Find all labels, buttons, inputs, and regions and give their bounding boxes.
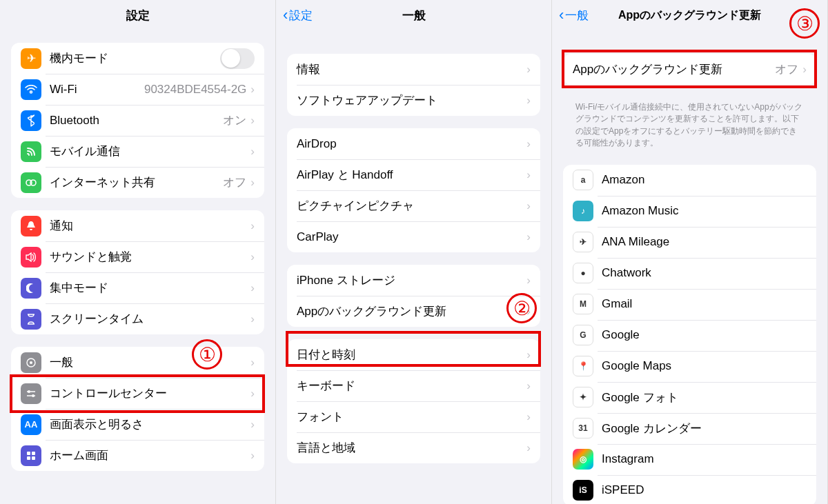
app-row[interactable]: GGoogle [563, 320, 816, 351]
row-pip[interactable]: ピクチャインピクチャ › [287, 190, 540, 221]
label: ソフトウェアアップデート [297, 92, 526, 108]
airplane-toggle[interactable] [220, 48, 255, 69]
hotspot-value: オフ [223, 174, 246, 190]
label: 集中モード [50, 280, 250, 296]
chevron-right-icon: › [250, 387, 255, 401]
app-label: Amazon Music [602, 204, 807, 218]
app-row[interactable]: ✈ANA Mileage [563, 227, 816, 258]
row-software-update[interactable]: ソフトウェアアップデート › [287, 85, 540, 116]
back-button[interactable]: ‹ 一般 [559, 8, 589, 23]
chevron-right-icon: › [250, 176, 255, 190]
app-row[interactable]: ◎Instagram [563, 444, 816, 475]
label: Appのバックグラウンド更新 [573, 61, 775, 77]
label: モバイル通信 [50, 143, 250, 159]
row-cellular[interactable]: モバイル通信 › [11, 136, 264, 167]
app-row[interactable]: 📍Google Maps [563, 351, 816, 382]
row-notifications[interactable]: 通知 › [11, 210, 264, 241]
row-wifi[interactable]: Wi-Fi 90324BDE4554-2G › [11, 74, 264, 105]
group-general: 一般 › コントロールセンター › AA 画面表示と明るさ › ホーム画面 [11, 347, 264, 471]
row-about[interactable]: 情報 › [287, 54, 540, 85]
svg-rect-9 [32, 456, 35, 460]
svg-point-3 [30, 361, 32, 364]
row-display[interactable]: AA 画面表示と明るさ › [11, 409, 264, 440]
row-datetime[interactable]: 日付と時刻 › [287, 339, 540, 370]
label: AirPlay と Handoff [297, 167, 526, 183]
chevron-right-icon: › [526, 348, 531, 362]
chevron-right-icon: › [250, 114, 255, 128]
row-language[interactable]: 言語と地域 › [287, 432, 540, 463]
app-row[interactable]: ●Chatwork [563, 258, 816, 289]
app-label: ANA Mileage [602, 235, 807, 249]
grid-icon [21, 445, 41, 466]
row-master-background-refresh[interactable]: Appのバックグラウンド更新 オフ › [563, 54, 816, 85]
hourglass-icon [21, 309, 41, 330]
label: 言語と地域 [297, 440, 526, 456]
page-title: 一般 [402, 8, 426, 23]
row-bluetooth[interactable]: Bluetooth オン › [11, 105, 264, 136]
chevron-right-icon: › [526, 441, 531, 455]
label: ピクチャインピクチャ [297, 198, 526, 214]
label: ホーム画面 [50, 447, 250, 463]
app-icon: ♪ [573, 201, 593, 221]
label: スクリーンタイム [50, 311, 250, 327]
label: コントロールセンター [50, 385, 250, 401]
svg-point-5 [32, 394, 34, 397]
label: Bluetooth [50, 114, 223, 128]
row-carplay[interactable]: CarPlay › [287, 221, 540, 252]
gear-icon [21, 352, 41, 373]
group-storage: iPhone ストレージ › Appのバックグラウンド更新 › [287, 265, 540, 327]
row-airplane-mode[interactable]: ✈ 機内モード [11, 43, 264, 74]
airplane-icon: ✈ [21, 48, 41, 69]
group-master-toggle: Appのバックグラウンド更新 オフ › [563, 54, 816, 85]
chevron-right-icon: › [526, 274, 531, 288]
row-home-screen[interactable]: ホーム画面 › [11, 440, 264, 471]
row-airdrop[interactable]: AirDrop › [287, 128, 540, 159]
footer-note: Wi-Fi/モバイル通信接続中に、使用されていないAppがバックグラウンドでコン… [563, 97, 816, 152]
group-about: 情報 › ソフトウェアアップデート › [287, 54, 540, 116]
app-row[interactable]: iSiSPEED [563, 475, 816, 504]
label: AirDrop [297, 137, 526, 151]
speaker-icon [21, 247, 41, 268]
row-general[interactable]: 一般 › [11, 347, 264, 378]
app-label: Google フォト [602, 390, 807, 405]
bell-icon [21, 216, 41, 236]
chevron-right-icon: › [250, 83, 255, 97]
row-airplay[interactable]: AirPlay と Handoff › [287, 159, 540, 190]
app-row[interactable]: MGmail [563, 289, 816, 320]
row-iphone-storage[interactable]: iPhone ストレージ › [287, 265, 540, 296]
label: iPhone ストレージ [297, 272, 526, 288]
navbar-general: ‹ 設定 一般 [276, 0, 551, 30]
app-icon: ✈ [573, 232, 593, 252]
group-apps: aAmazon♪Amazon Music✈ANA Mileage●Chatwor… [563, 165, 816, 504]
display-icon: AA [21, 414, 41, 435]
annotation-badge-3: ③ [789, 8, 820, 39]
app-label: iSPEED [602, 483, 807, 497]
back-label: 一般 [565, 8, 589, 23]
label: Wi-Fi [50, 83, 144, 97]
app-icon: ✦ [573, 387, 593, 407]
row-fonts[interactable]: フォント › [287, 401, 540, 432]
bluetooth-value: オン [223, 112, 246, 128]
chevron-left-icon: ‹ [283, 8, 288, 23]
app-row[interactable]: 31Google カレンダー [563, 413, 816, 444]
chevron-right-icon: › [250, 418, 255, 432]
app-label: Google Maps [602, 359, 807, 373]
chevron-right-icon: › [526, 379, 531, 393]
app-row[interactable]: aAmazon [563, 165, 816, 196]
annotation-badge-2: ② [506, 293, 537, 323]
app-row[interactable]: ✦Google フォト [563, 382, 816, 413]
app-icon: iS [573, 480, 593, 501]
row-control-center[interactable]: コントロールセンター › [11, 378, 264, 409]
row-background-refresh[interactable]: Appのバックグラウンド更新 › [287, 296, 540, 327]
chevron-right-icon: › [250, 356, 255, 370]
label: 機内モード [50, 50, 220, 66]
app-row[interactable]: ♪Amazon Music [563, 196, 816, 227]
pane-settings: 設定 ✈ 機内モード Wi-Fi 90324BDE4554-2G › Blue [0, 0, 276, 504]
row-focus[interactable]: 集中モード › [11, 272, 264, 303]
row-sounds[interactable]: サウンドと触覚 › [11, 241, 264, 272]
row-screentime[interactable]: スクリーンタイム › [11, 303, 264, 334]
row-keyboard[interactable]: キーボード › [287, 370, 540, 401]
row-hotspot[interactable]: インターネット共有 オフ › [11, 167, 264, 198]
back-button[interactable]: ‹ 設定 [283, 8, 313, 23]
app-icon: G [573, 325, 593, 345]
